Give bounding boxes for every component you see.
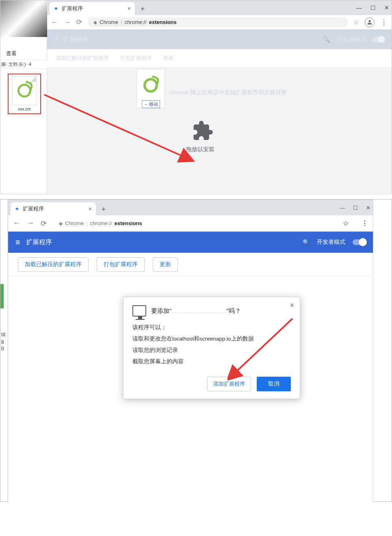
- puzzle-drop-icon: [192, 120, 214, 142]
- permissions-list: 该程序可以： 读取和更改您在localhost和screenapp.io上的数据…: [132, 324, 291, 365]
- explorer-preview-thumbnail: [0, 0, 47, 37]
- omnibox[interactable]: ◈ Chrome | chrome://extensions: [53, 218, 336, 228]
- dragged-crx-ghost: → 移动: [136, 69, 165, 109]
- window-controls: — ☐ ✕: [356, 0, 390, 15]
- omnibox-scheme: Chrome: [100, 19, 118, 25]
- dialog-title: 要添加"⎵⎵⎵⎵⎵⎵⎵⎵⎵⎵⎵⎵⎵⎵⎵"吗？: [151, 307, 241, 315]
- browser-e-icon: [143, 78, 158, 93]
- extension-puzzle-icon: ✦: [54, 5, 58, 12]
- new-tab-button[interactable]: +: [137, 4, 148, 14]
- close-tab-icon[interactable]: ×: [89, 206, 92, 212]
- breadcrumb-segment[interactable]: 4: [29, 62, 31, 67]
- window-controls: — ☐ ✕: [340, 200, 370, 215]
- extensions-header: ≡ 扩展程序 🔍 开发者模式: [8, 232, 373, 253]
- omnibox-path-bold: extensions: [149, 19, 177, 25]
- screenshot-panel-2: 续 8 0 ✦ 扩展程序 × + — ☐ ✕ ← → ⟳ ◈ Chrome |: [0, 199, 392, 502]
- breadcrumb-segment[interactable]: 脑: [1, 61, 6, 67]
- dialog-subhead: 该程序可以：: [132, 324, 291, 331]
- omnibox-path: chrome://: [125, 19, 147, 25]
- cropped-underlay-strip: 续 8 0: [0, 200, 8, 501]
- breadcrumb-segment[interactable]: 文档 (E:): [9, 61, 26, 67]
- new-tab-button[interactable]: +: [98, 204, 109, 215]
- move-cursor-hint: → 移动: [142, 100, 160, 108]
- chevron-right-icon: ›: [6, 62, 8, 66]
- header-title: 扩展程序: [64, 36, 88, 43]
- search-icon[interactable]: 🔍: [303, 239, 310, 245]
- omnibox-path-bold: extensions: [115, 220, 142, 226]
- explorer-breadcrumb[interactable]: 脑 › 文档 (E:) › 4: [0, 60, 47, 69]
- reload-icon[interactable]: ⟳: [41, 219, 47, 228]
- dev-mode-toggle[interactable]: [353, 239, 366, 245]
- install-confirm-dialog: 要添加"⎵⎵⎵⎵⎵⎵⎵⎵⎵⎵⎵⎵⎵⎵⎵"吗？ × 该程序可以： 读取和更改您在l…: [123, 297, 300, 399]
- omnibox-path: chrome://: [90, 220, 112, 226]
- dialog-close-icon[interactable]: ×: [290, 301, 294, 310]
- bookmark-star-icon[interactable]: ☆: [343, 219, 349, 227]
- dev-mode-label: 开发者模式: [336, 36, 366, 43]
- minimize-icon[interactable]: —: [340, 205, 345, 211]
- kebab-menu-icon[interactable]: ⋮: [362, 219, 368, 227]
- chrome-window: ✦ 扩展程序 × + — ☐ ✕ ← → ⟳ ◈ Chrome | chrome…: [8, 200, 373, 502]
- browser-tab[interactable]: ✦ 扩展程序 ×: [11, 202, 96, 215]
- file-icon: [12, 76, 37, 105]
- browser-e-icon: [17, 84, 31, 98]
- kebab-menu-icon[interactable]: ⋮: [380, 18, 388, 27]
- tab-strip: ✦ 扩展程序 × + — ☐ ✕: [8, 200, 373, 215]
- explorer-menu-view[interactable]: 查看: [6, 50, 17, 57]
- file-explorer-sidebar: 查看 脑 › 文档 (E:) › 4 xxx.crx: [0, 0, 47, 194]
- hamburger-icon[interactable]: ≡: [15, 238, 20, 247]
- hamburger-icon[interactable]: ≡: [54, 35, 59, 44]
- load-unpacked-button-dim: 加载已解压的扩展程序: [56, 54, 109, 62]
- drop-zone[interactable]: Chrome 网上应用店中查找扩展程序和主题背景 → 移动 拖放以安装: [47, 67, 392, 193]
- stray-text: 0: [1, 346, 4, 352]
- chrome-window-dimmed: ✦ 扩展程序 × + — ☐ ✕ ← → ⟳ ◈ Chrome | chrome…: [47, 0, 392, 194]
- bookmark-star-icon[interactable]: ☆: [353, 18, 359, 26]
- crx-file-tile[interactable]: xxx.crx: [8, 74, 41, 114]
- dev-mode-label: 开发者模式: [317, 239, 345, 246]
- stray-text: 续: [1, 332, 6, 338]
- chevron-right-icon: ›: [27, 62, 28, 66]
- drop-label: 拖放以安装: [186, 146, 214, 153]
- forward-icon[interactable]: →: [27, 219, 34, 228]
- update-button[interactable]: 更新: [153, 257, 178, 272]
- screenshot-panel-1: 查看 脑 › 文档 (E:) › 4 xxx.crx ✦ 扩展程序 × + — …: [0, 0, 392, 194]
- add-extension-button[interactable]: 添加扩展程序: [207, 377, 251, 391]
- pack-extension-button[interactable]: 打包扩展程序: [97, 257, 145, 272]
- maximize-icon[interactable]: ☐: [353, 205, 358, 211]
- omnibox[interactable]: ◈ Chrome | chrome://extensions: [88, 17, 348, 27]
- chrome-secure-icon: ◈: [59, 221, 63, 226]
- maximize-icon[interactable]: ☐: [370, 4, 376, 11]
- close-window-icon[interactable]: ✕: [366, 205, 370, 211]
- dev-mode-toggle[interactable]: [372, 37, 384, 42]
- permission-item: 截取您屏幕上的内容: [132, 358, 291, 365]
- stray-text: 8: [1, 339, 4, 345]
- extensions-header-dimmed: ≡ 扩展程序 🔍 开发者模式: [47, 30, 392, 49]
- pack-ext-button-dim: 打包扩展程序: [120, 54, 152, 62]
- reload-icon[interactable]: ⟳: [76, 18, 82, 26]
- extensions-action-row: 加载已解压的扩展程序 打包扩展程序 更新: [8, 253, 373, 276]
- header-title: 扩展程序: [26, 238, 52, 247]
- dimmed-action-row: 加载已解压的扩展程序 打包扩展程序 更新: [47, 49, 392, 67]
- chrome-secure-icon: ◈: [93, 20, 97, 25]
- tab-title: 扩展程序: [62, 5, 83, 12]
- close-tab-icon[interactable]: ×: [128, 5, 131, 12]
- back-icon[interactable]: ←: [13, 219, 20, 228]
- browser-tab[interactable]: ✦ 扩展程序 ×: [50, 2, 135, 15]
- back-icon[interactable]: ←: [51, 18, 58, 26]
- green-stripe: [0, 284, 4, 308]
- omnibox-scheme: Chrome: [65, 220, 84, 226]
- profile-avatar-icon[interactable]: [365, 17, 375, 27]
- load-unpacked-button[interactable]: 加载已解压的扩展程序: [18, 257, 89, 272]
- toolbar: ← → ⟳ ◈ Chrome | chrome://extensions ☆ ⋮: [8, 215, 373, 232]
- empty-state-text: Chrome 网上应用店中查找扩展程序和主题背景: [169, 89, 287, 96]
- update-button-dim: 更新: [163, 54, 174, 62]
- search-icon[interactable]: 🔍: [323, 36, 330, 43]
- toolbar: ← → ⟳ ◈ Chrome | chrome://extensions ☆ ⋮: [47, 15, 392, 30]
- close-window-icon[interactable]: ✕: [383, 4, 390, 11]
- cancel-button[interactable]: 取消: [257, 377, 291, 391]
- permission-item: 读取和更改您在localhost和screenapp.io上的数据: [132, 335, 291, 343]
- minimize-icon[interactable]: —: [356, 4, 362, 11]
- forward-icon[interactable]: →: [64, 18, 71, 26]
- file-name-label: xxx.crx: [18, 107, 30, 111]
- tab-strip: ✦ 扩展程序 × + — ☐ ✕: [47, 0, 392, 15]
- tab-title: 扩展程序: [23, 206, 44, 213]
